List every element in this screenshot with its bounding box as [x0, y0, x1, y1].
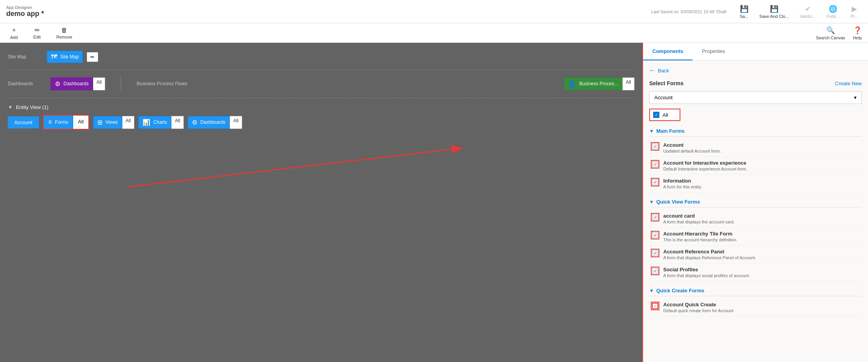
charts-block-group: 📊 Charts All — [138, 116, 184, 129]
save-button[interactable]: 💾 Sa... — [736, 3, 752, 20]
form-item-social-profiles-checkbox[interactable]: ✓ — [652, 268, 658, 274]
views-all-btn[interactable]: All — [122, 116, 134, 129]
tab-properties[interactable]: Properties — [692, 43, 734, 60]
app-designer-label: App Designer — [6, 5, 44, 10]
all-checkbox[interactable]: ✓ — [653, 112, 659, 118]
validate-icon: ✔ — [805, 5, 811, 13]
site-map-edit-btn[interactable]: ✏ — [87, 52, 98, 62]
publish-button[interactable]: 🌐 Publi... — [822, 3, 843, 20]
form-item-reference-panel-checkbox-wrapper: ✓ — [651, 249, 659, 257]
right-panel: Components Properties ← Back Select Form… — [642, 43, 868, 362]
form-item-account-checkbox-wrapper: ✓ — [651, 142, 659, 151]
dashboards-icon: ⚙ — [55, 80, 60, 88]
back-link[interactable]: ← Back — [649, 67, 862, 74]
dashboards-all-btn[interactable]: All — [93, 77, 105, 90]
form-item-account-interactive-desc: Default Interactive experience Account f… — [663, 167, 747, 171]
second-toolbar: ＋ Add ✏ Edit 🗑 Remove 🔍 Search Canvas ❓ … — [0, 23, 868, 43]
entity-view-section: ▼ Entity View (1) Account ≡ Forms All — [8, 104, 634, 130]
site-map-row: Site Map 🗺 Site Map ✏ — [8, 51, 634, 70]
form-item-reference-panel-checkbox[interactable]: ✓ — [652, 250, 658, 256]
form-item-hierarchy-tile: ✓ Account Hierarchy Tile Form This is th… — [649, 228, 862, 246]
tab-components[interactable]: Components — [643, 43, 692, 60]
add-icon: ＋ — [11, 26, 17, 34]
play-icon: ▶ — [852, 5, 857, 13]
dashboards-block-group: ⚙ Dashboards All — [51, 77, 105, 90]
dashboards-row: Dashboards ⚙ Dashboards All Business Pro… — [8, 76, 634, 98]
entity-row: Account ≡ Forms All ⊞ Views All — [8, 115, 634, 130]
main-forms-toggle[interactable]: ▼ — [649, 128, 654, 134]
entity-dashboards-icon: ⚙ — [192, 119, 197, 126]
dashboards-label: Dashboards — [8, 81, 43, 86]
panel-body: ← Back Select Forms Create New Account ▾… — [643, 61, 868, 362]
form-item-reference-panel-title: Account Reference Panel — [663, 249, 756, 255]
select-forms-header: Select Forms Create New — [649, 80, 862, 86]
red-arrow-overlay — [125, 144, 475, 191]
form-item-account-card-checkbox[interactable]: ✓ — [652, 214, 658, 220]
svg-line-1 — [128, 148, 463, 187]
business-process-all-btn[interactable]: All — [622, 77, 634, 90]
save-icon: 💾 — [740, 5, 749, 13]
add-button[interactable]: ＋ Add — [6, 25, 22, 41]
edit-button[interactable]: ✏ Edit — [30, 25, 45, 41]
edit-icon: ✏ — [35, 26, 40, 34]
business-process-label: Business Process Flows — [137, 81, 187, 86]
form-item-information-checkbox[interactable]: ✓ — [652, 179, 658, 185]
form-item-information-title: Information — [663, 178, 702, 184]
toolbar-right-group: 🔍 Search Canvas ❓ Help — [816, 26, 862, 40]
form-item-account-checkbox[interactable]: ✓ — [652, 143, 658, 149]
account-button[interactable]: Account — [8, 116, 39, 128]
charts-all-btn[interactable]: All — [171, 116, 183, 129]
help-button[interactable]: ❓ Help — [853, 26, 862, 40]
validate-button[interactable]: ✔ Validiz... — [796, 3, 820, 20]
form-item-social-profiles-desc: A form that displays social profiles of … — [663, 273, 750, 278]
play-button[interactable]: ▶ Pl... — [847, 3, 862, 20]
quick-view-section-header: ▼ Quick View Forms — [649, 196, 862, 207]
form-item-account-interactive-checkbox[interactable]: ✓ — [652, 161, 658, 167]
site-map-block[interactable]: 🗺 Site Map — [47, 51, 83, 63]
save-close-button[interactable]: 💾 Save And Clo... — [756, 3, 793, 20]
all-checkbox-row[interactable]: ✓ All — [649, 109, 680, 121]
chevron-down-icon: ▾ — [854, 95, 857, 100]
form-item-information-checkbox-wrapper: ✓ — [651, 178, 659, 186]
form-item-social-profiles: ✓ Social Profiles A form that displays s… — [649, 264, 862, 281]
search-icon: 🔍 — [826, 26, 835, 35]
entity-dashboards-all-btn[interactable]: All — [230, 116, 242, 129]
select-forms-label: Select Forms — [649, 80, 684, 86]
create-new-link[interactable]: Create New — [835, 81, 862, 86]
form-item-account-card-title: account card — [663, 213, 734, 219]
business-process-block-group: 👤 Business Proces... All — [564, 77, 634, 90]
form-item-account-quick-create: ✓ Account Quick Create Default quick cre… — [649, 299, 862, 316]
main-forms-section-header: ▼ Main Forms — [649, 125, 862, 137]
views-block-group: ⊞ Views All — [93, 116, 134, 129]
publish-icon: 🌐 — [829, 5, 837, 13]
form-item-account-quick-create-title: Account Quick Create — [663, 302, 733, 308]
form-item-account-card: ✓ account card A form that displays the … — [649, 210, 862, 228]
charts-block[interactable]: 📊 Charts — [138, 116, 171, 129]
main-layout: Site Map 🗺 Site Map ✏ Dashboards ⚙ Dashb… — [0, 43, 868, 362]
dashboards-block[interactable]: ⚙ Dashboards — [51, 77, 93, 90]
form-item-account-quick-create-checkbox[interactable]: ✓ — [652, 303, 658, 309]
forms-all-btn[interactable]: All — [73, 116, 88, 129]
form-item-information-desc: A form for this entity. — [663, 185, 702, 189]
remove-button[interactable]: 🗑 Remove — [53, 25, 76, 41]
top-bar-right: Last Saved on :03/09/2021 10:48 *Draft 💾… — [651, 3, 862, 20]
site-map-icon: 🗺 — [51, 53, 57, 60]
form-item-reference-panel: ✓ Account Reference Panel A form that di… — [649, 246, 862, 264]
business-process-block[interactable]: 👤 Business Proces... — [564, 77, 622, 90]
form-item-social-profiles-checkbox-wrapper: ✓ — [651, 267, 659, 275]
entity-view-toggle[interactable]: ▼ — [8, 104, 13, 110]
entity-dropdown[interactable]: Account ▾ — [649, 91, 862, 104]
quick-create-toggle[interactable]: ▼ — [649, 288, 654, 293]
form-item-hierarchy-tile-desc: This is the account hierarchy definition… — [663, 237, 737, 242]
save-close-icon: 💾 — [770, 5, 778, 13]
form-item-hierarchy-tile-checkbox[interactable]: ✓ — [652, 232, 658, 238]
form-item-account-interactive: ✓ Account for Interactive experience Def… — [649, 157, 862, 175]
entity-dashboards-block-group: ⚙ Dashboards All — [188, 116, 242, 129]
search-canvas-button[interactable]: 🔍 Search Canvas — [816, 26, 845, 40]
app-name: demo app * — [6, 10, 44, 18]
forms-block[interactable]: ≡ Forms — [44, 116, 73, 129]
quick-view-toggle[interactable]: ▼ — [649, 199, 654, 205]
form-item-hierarchy-tile-checkbox-wrapper: ✓ — [651, 231, 659, 239]
entity-dashboards-block[interactable]: ⚙ Dashboards — [188, 116, 230, 129]
views-block[interactable]: ⊞ Views — [93, 116, 122, 129]
